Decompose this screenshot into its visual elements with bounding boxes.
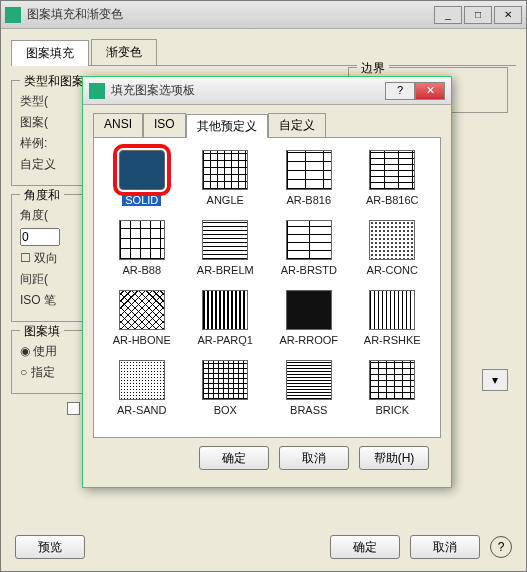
- tab-iso[interactable]: ISO: [143, 113, 186, 137]
- help-icon[interactable]: ?: [490, 536, 512, 558]
- pattern-label: SOLID: [122, 194, 161, 206]
- pattern-ar-hbone[interactable]: AR-HBONE: [104, 290, 180, 346]
- pattern-swatch: [202, 360, 248, 400]
- pattern-label: AR-RSHKE: [364, 334, 421, 346]
- angle-input[interactable]: [20, 228, 60, 246]
- pattern-swatch: [286, 150, 332, 190]
- pattern-ar-b816[interactable]: AR-B816: [271, 150, 347, 206]
- modal-tabstrip: ANSI ISO 其他预定义 自定义: [93, 113, 441, 138]
- main-titlebar: 图案填充和渐变色 _ □ ✕: [1, 1, 526, 29]
- pattern-label: AR-B816: [286, 194, 331, 206]
- pattern-label: AR-B88: [122, 264, 161, 276]
- app-icon: [5, 7, 21, 23]
- pattern-swatch: [119, 220, 165, 260]
- tab-other-predefined[interactable]: 其他预定义: [186, 114, 268, 138]
- pattern-label: AR-B816C: [366, 194, 419, 206]
- pattern-ar-b816c[interactable]: AR-B816C: [355, 150, 431, 206]
- pattern-brick[interactable]: BRICK: [355, 360, 431, 416]
- group-type-title: 类型和图案: [20, 73, 88, 90]
- group-angle-title: 角度和: [20, 187, 64, 204]
- pattern-ar-brstd[interactable]: AR-BRSTD: [271, 220, 347, 276]
- dropdown-arrow[interactable]: ▾: [482, 369, 508, 391]
- group-fillorigin-title: 图案填: [20, 323, 64, 340]
- pattern-label: AR-BRELM: [197, 264, 254, 276]
- close-button[interactable]: ✕: [494, 6, 522, 24]
- pattern-label: BOX: [214, 404, 237, 416]
- pattern-ar-brelm[interactable]: AR-BRELM: [188, 220, 264, 276]
- modal-titlebar: 填充图案选项板 ? ✕: [83, 77, 451, 105]
- pattern-ar-rroof[interactable]: AR-RROOF: [271, 290, 347, 346]
- pattern-ar-b88[interactable]: AR-B88: [104, 220, 180, 276]
- pattern-label: AR-BRSTD: [281, 264, 337, 276]
- modal-help-button[interactable]: ?: [385, 82, 415, 100]
- tab-custom[interactable]: 自定义: [268, 113, 326, 137]
- pattern-swatch: [369, 220, 415, 260]
- pattern-swatch: [202, 290, 248, 330]
- pattern-swatch: [202, 220, 248, 260]
- main-tabstrip: 图案填充 渐变色: [11, 39, 516, 66]
- pattern-swatch: [119, 360, 165, 400]
- pattern-swatch: [369, 290, 415, 330]
- boundary-title: 边界: [357, 60, 389, 77]
- ok-button[interactable]: 确定: [330, 535, 400, 559]
- pattern-box[interactable]: BOX: [188, 360, 264, 416]
- pattern-label: BRICK: [375, 404, 409, 416]
- main-footer: 预览 确定 取消 ?: [1, 529, 526, 565]
- pattern-swatch: [286, 360, 332, 400]
- pattern-swatch: [202, 150, 248, 190]
- pattern-swatch: [369, 360, 415, 400]
- pattern-swatch: [119, 150, 165, 190]
- pattern-angle[interactable]: ANGLE: [188, 150, 264, 206]
- pattern-ar-sand[interactable]: AR-SAND: [104, 360, 180, 416]
- pattern-label: AR-SAND: [117, 404, 167, 416]
- window-buttons: _ □ ✕: [434, 6, 522, 24]
- modal-footer: 确定 取消 帮助(H): [93, 438, 441, 470]
- pattern-label: AR-RROOF: [279, 334, 338, 346]
- tab-gradient[interactable]: 渐变色: [91, 39, 157, 65]
- pattern-swatch: [119, 290, 165, 330]
- pattern-swatch: [286, 220, 332, 260]
- tab-hatch[interactable]: 图案填充: [11, 40, 89, 66]
- preview-button[interactable]: 预览: [15, 535, 85, 559]
- minimize-button[interactable]: _: [434, 6, 462, 24]
- checkbox-icon: [67, 402, 80, 415]
- pattern-label: AR-HBONE: [113, 334, 171, 346]
- hatch-pattern-palette-dialog: 填充图案选项板 ? ✕ ANSI ISO 其他预定义 自定义 SOLIDANGL…: [82, 76, 452, 488]
- modal-title: 填充图案选项板: [111, 82, 385, 99]
- main-title: 图案填充和渐变色: [27, 6, 434, 23]
- pattern-brass[interactable]: BRASS: [271, 360, 347, 416]
- tab-ansi[interactable]: ANSI: [93, 113, 143, 137]
- pattern-ar-conc[interactable]: AR-CONC: [355, 220, 431, 276]
- pattern-list: SOLIDANGLEAR-B816AR-B816CAR-B88AR-BRELMA…: [93, 138, 441, 438]
- modal-cancel-button[interactable]: 取消: [279, 446, 349, 470]
- pattern-label: AR-CONC: [367, 264, 418, 276]
- pattern-label: BRASS: [290, 404, 327, 416]
- pattern-label: ANGLE: [207, 194, 244, 206]
- pattern-label: AR-PARQ1: [198, 334, 253, 346]
- pattern-solid[interactable]: SOLID: [104, 150, 180, 206]
- pattern-swatch: [286, 290, 332, 330]
- modal-close-button[interactable]: ✕: [415, 82, 445, 100]
- modal-help-button[interactable]: 帮助(H): [359, 446, 429, 470]
- pattern-ar-rshke[interactable]: AR-RSHKE: [355, 290, 431, 346]
- cancel-button[interactable]: 取消: [410, 535, 480, 559]
- app-icon: [89, 83, 105, 99]
- modal-ok-button[interactable]: 确定: [199, 446, 269, 470]
- pattern-ar-parq1[interactable]: AR-PARQ1: [188, 290, 264, 346]
- modal-body: ANSI ISO 其他预定义 自定义 SOLIDANGLEAR-B816AR-B…: [83, 105, 451, 478]
- maximize-button[interactable]: □: [464, 6, 492, 24]
- pattern-swatch: [369, 150, 415, 190]
